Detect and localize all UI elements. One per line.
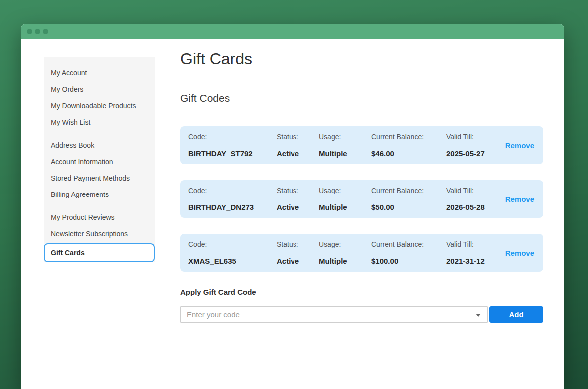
status-label: Status: (277, 240, 319, 248)
window-control-dot[interactable] (43, 29, 48, 34)
code-value: XMAS_EL635 (188, 257, 277, 265)
valid-till-label: Valid Till: (446, 187, 504, 194)
gift-code-row: Code: XMAS_EL635 Status: Active Usage: M… (180, 234, 543, 272)
usage-value: Multiple (319, 203, 371, 211)
usage-column: Usage: Multiple (319, 133, 371, 158)
balance-label: Current Balance: (371, 187, 446, 194)
status-value: Active (277, 149, 319, 158)
main-content: Gift Cards Gift Codes Code: BIRTHDAY_ST7… (180, 50, 543, 323)
code-label: Code: (188, 133, 277, 141)
window-control-dot[interactable] (35, 29, 40, 34)
valid-till-value: 2026-05-28 (446, 203, 504, 211)
balance-value: $46.00 (371, 149, 446, 158)
sidebar-item-my-downloadable-products[interactable]: My Downloadable Products (44, 98, 155, 114)
code-column: Code: XMAS_EL635 (188, 240, 277, 265)
remove-link[interactable]: Remove (505, 195, 535, 203)
status-value: Active (277, 203, 319, 211)
usage-column: Usage: Multiple (319, 187, 371, 211)
valid-till-label: Valid Till: (446, 240, 504, 248)
sidebar-item-address-book[interactable]: Address Book (44, 137, 155, 154)
usage-value: Multiple (319, 149, 371, 158)
sidebar-item-my-wish-list[interactable]: My Wish List (44, 114, 155, 131)
balance-column: Current Balance: $46.00 (371, 133, 446, 158)
window-titlebar (21, 24, 564, 39)
valid-till-label: Valid Till: (446, 133, 504, 141)
sidebar-divider (50, 206, 149, 206)
balance-value: $100.00 (371, 257, 446, 265)
sidebar-item-gift-cards[interactable]: Gift Cards (44, 243, 155, 262)
balance-label: Current Balance: (371, 133, 446, 141)
status-column: Status: Active (277, 133, 319, 158)
balance-value: $50.00 (371, 203, 446, 211)
browser-window: My Account My Orders My Downloadable Pro… (21, 24, 564, 389)
code-column: Code: BIRTHDAY_ST792 (188, 133, 277, 158)
sidebar-item-stored-payment-methods[interactable]: Stored Payment Methods (44, 170, 155, 187)
code-value: BIRTHDAY_DN273 (188, 203, 277, 211)
page-title: Gift Cards (180, 50, 543, 68)
section-divider (180, 113, 543, 113)
usage-value: Multiple (319, 257, 371, 265)
window-body: My Account My Orders My Downloadable Pro… (21, 39, 564, 323)
sidebar-item-my-orders[interactable]: My Orders (44, 81, 155, 98)
code-label: Code: (188, 187, 277, 194)
status-column: Status: Active (277, 240, 319, 265)
valid-till-column: Valid Till: 2021-31-12 (446, 240, 504, 265)
add-button[interactable]: Add (489, 306, 543, 323)
gift-code-row: Code: BIRTHDAY_DN273 Status: Active Usag… (180, 180, 543, 218)
status-label: Status: (277, 133, 319, 141)
apply-gift-card-label: Apply Gift Card Code (180, 288, 543, 296)
code-label: Code: (188, 240, 277, 248)
remove-link[interactable]: Remove (505, 249, 535, 257)
balance-column: Current Balance: $100.00 (371, 240, 446, 265)
gift-code-input[interactable] (180, 306, 488, 323)
sidebar-item-my-account[interactable]: My Account (44, 65, 155, 81)
gift-code-input-wrap (180, 306, 488, 323)
balance-column: Current Balance: $50.00 (371, 187, 446, 211)
usage-label: Usage: (319, 133, 371, 141)
gift-code-row: Code: BIRTHDAY_ST792 Status: Active Usag… (180, 126, 543, 164)
status-label: Status: (277, 187, 319, 194)
usage-label: Usage: (319, 240, 371, 248)
section-title: Gift Codes (180, 92, 543, 104)
sidebar-item-my-product-reviews[interactable]: My Product Reviews (44, 209, 155, 226)
status-column: Status: Active (277, 187, 319, 211)
sidebar-divider (50, 134, 149, 134)
valid-till-column: Valid Till: 2026-05-28 (446, 187, 504, 211)
window-control-dot[interactable] (27, 29, 32, 34)
usage-column: Usage: Multiple (319, 240, 371, 265)
usage-label: Usage: (319, 187, 371, 194)
balance-label: Current Balance: (371, 240, 446, 248)
sidebar-item-newsletter-subscriptions[interactable]: Newsletter Subscriptions (44, 226, 155, 242)
dropdown-arrow-icon[interactable] (476, 314, 481, 317)
code-column: Code: BIRTHDAY_DN273 (188, 187, 277, 211)
sidebar-item-account-information[interactable]: Account Information (44, 154, 155, 170)
apply-gift-card-row: Add (180, 306, 543, 323)
valid-till-value: 2021-31-12 (446, 257, 504, 265)
account-sidebar: My Account My Orders My Downloadable Pro… (44, 57, 155, 262)
valid-till-value: 2025-05-27 (446, 149, 504, 158)
valid-till-column: Valid Till: 2025-05-27 (446, 133, 504, 158)
code-value: BIRTHDAY_ST792 (188, 149, 277, 158)
remove-link[interactable]: Remove (505, 141, 535, 150)
sidebar-item-billing-agreements[interactable]: Billing Agreements (44, 187, 155, 203)
status-value: Active (277, 257, 319, 265)
